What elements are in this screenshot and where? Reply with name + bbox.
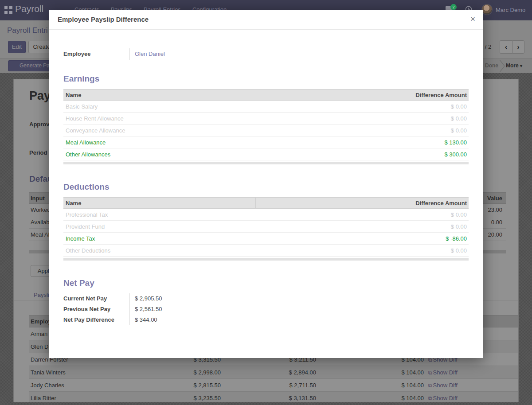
table-row[interactable]: Income Tax $ -86.00 — [63, 233, 469, 245]
column-header-name[interactable]: Name — [63, 90, 280, 100]
modal-header: Employee Payslip Difference × — [49, 10, 483, 30]
modal-body: Employee Glen Daniel Earnings Name Diffe… — [49, 30, 483, 325]
table-row[interactable]: Meal Allowance $ 130.00 — [63, 136, 469, 148]
net-pay-heading: Net Pay — [63, 278, 469, 288]
table-row[interactable]: Other Allowances $ 300.00 — [63, 148, 469, 160]
employee-payslip-difference-modal: Employee Payslip Difference × Employee G… — [49, 10, 483, 358]
close-icon[interactable]: × — [470, 14, 475, 24]
app-root: Payroll Contracts Payslips Payroll Entri… — [0, 0, 532, 405]
column-header-difference-amount[interactable]: Difference Amount — [280, 90, 469, 100]
user-name[interactable]: Marc Demo — [496, 7, 525, 13]
deductions-heading: Deductions — [63, 182, 469, 192]
employee-field-row: Employee Glen Daniel — [63, 48, 469, 60]
table-row[interactable]: Other Deductions $ 0.00 — [63, 245, 469, 257]
earnings-table-header: Name Difference Amount — [63, 89, 469, 101]
employee-field-label: Employee — [63, 48, 129, 60]
deductions-table: Name Difference Amount Professional Tax … — [63, 197, 469, 261]
earnings-table: Name Difference Amount Basic Salary $ 0.… — [63, 89, 469, 164]
table-row[interactable]: Conveyance Allowance $ 0.00 — [63, 125, 469, 136]
employee-field-value[interactable]: Glen Daniel — [129, 48, 165, 60]
table-row[interactable]: Provident Fund $ 0.00 — [63, 221, 469, 233]
messages-count-badge: 2 — [450, 4, 457, 10]
net-pay-row: Current Net Pay $ 2,905.50 — [63, 293, 469, 304]
net-pay-row: Previous Net Pay $ 2,561.50 — [63, 304, 469, 315]
table-footer-strip — [63, 258, 469, 261]
apps-grid-icon[interactable] — [4, 6, 12, 14]
deductions-table-header: Name Difference Amount — [63, 197, 469, 209]
table-footer-strip — [63, 162, 469, 164]
table-row[interactable]: House Rent Allowance $ 0.00 — [63, 113, 469, 125]
table-row[interactable]: Basic Salary $ 0.00 — [63, 101, 469, 113]
column-header-difference-amount[interactable]: Difference Amount — [256, 198, 469, 208]
table-row[interactable]: Professional Tax $ 0.00 — [63, 209, 469, 221]
net-pay-row: Net Pay Difference $ 344.00 — [63, 315, 469, 325]
modal-title: Employee Payslip Difference — [58, 16, 149, 23]
column-header-name[interactable]: Name — [63, 198, 256, 208]
earnings-heading: Earnings — [63, 74, 469, 84]
net-pay-rows: Current Net Pay $ 2,905.50 Previous Net … — [63, 293, 469, 325]
app-title: Payroll — [15, 4, 43, 14]
